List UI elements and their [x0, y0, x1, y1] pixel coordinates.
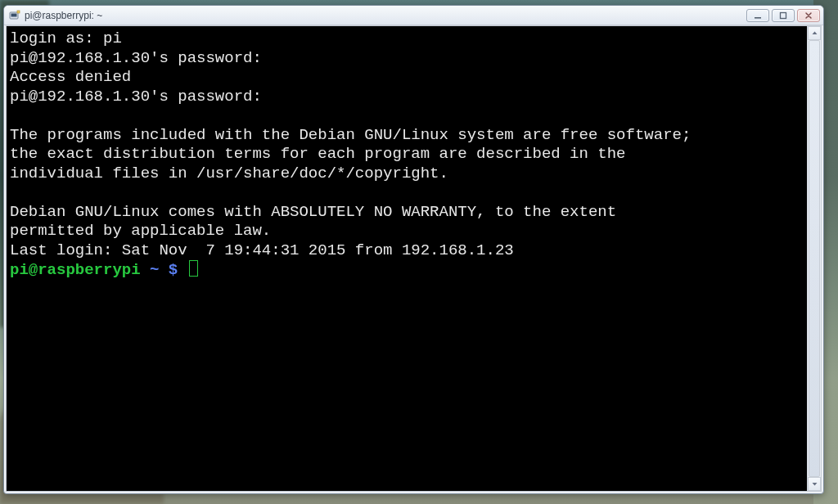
client-area: login as: pi pi@192.168.1.30's password:…: [6, 25, 822, 492]
terminal-line: Last login: Sat Nov 7 19:44:31 2015 from…: [10, 241, 514, 259]
close-button[interactable]: [797, 9, 820, 22]
vertical-scrollbar[interactable]: [807, 26, 821, 491]
svg-rect-4: [781, 12, 786, 18]
maximize-button[interactable]: [772, 9, 795, 22]
terminal-cursor: [189, 260, 198, 277]
putty-icon: [9, 10, 20, 21]
window-controls: [746, 9, 820, 22]
terminal-line: individual files in /usr/share/doc/*/cop…: [10, 164, 448, 182]
titlebar[interactable]: pi@raspberrypi: ~: [4, 6, 823, 25]
terminal-line: Debian GNU/Linux comes with ABSOLUTELY N…: [10, 203, 616, 221]
prompt-symbol: $: [169, 261, 187, 279]
terminal-line: Access denied: [10, 68, 131, 86]
svg-rect-2: [17, 11, 20, 13]
scroll-track[interactable]: [808, 40, 821, 477]
prompt-user-host: pi@raspberrypi: [10, 261, 141, 279]
terminal-line: permitted by applicable law.: [10, 222, 271, 240]
prompt-cwd: ~: [141, 261, 169, 279]
window-title: pi@raspberrypi: ~: [25, 10, 102, 21]
terminal-line: pi@192.168.1.30's password:: [10, 49, 262, 67]
minimize-button[interactable]: [746, 9, 769, 22]
terminal-line: The programs included with the Debian GN…: [10, 126, 691, 144]
terminal-line: login as: pi: [10, 29, 122, 47]
scroll-up-button[interactable]: [808, 26, 821, 40]
scroll-thumb[interactable]: [809, 40, 820, 477]
scroll-down-button[interactable]: [808, 477, 821, 491]
terminal[interactable]: login as: pi pi@192.168.1.30's password:…: [7, 26, 807, 491]
putty-window: pi@raspberrypi: ~ login as: pi pi@192.16…: [3, 5, 824, 494]
svg-rect-1: [11, 13, 17, 16]
terminal-line: pi@192.168.1.30's password:: [10, 88, 262, 106]
svg-rect-3: [755, 17, 761, 19]
terminal-line: the exact distribution terms for each pr…: [10, 145, 626, 163]
